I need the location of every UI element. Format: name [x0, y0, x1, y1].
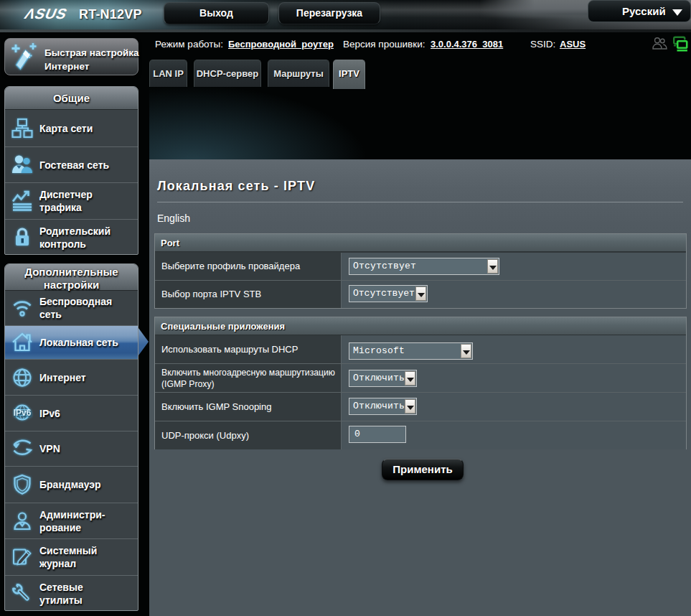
svg-text:IPv6: IPv6: [14, 408, 32, 418]
svg-text:ΛSUS: ΛSUS: [22, 6, 70, 22]
